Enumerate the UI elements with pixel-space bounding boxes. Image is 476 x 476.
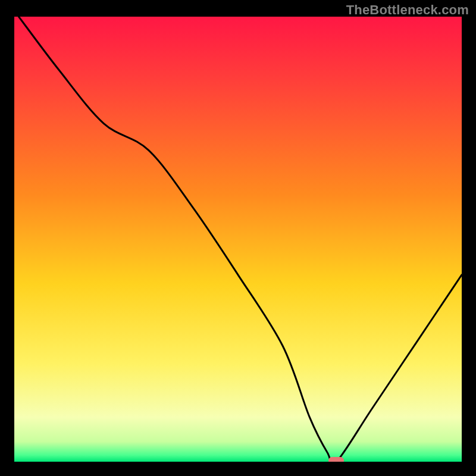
plot-area bbox=[14, 17, 462, 462]
bottleneck-curve bbox=[14, 17, 462, 462]
min-point-marker bbox=[328, 457, 344, 462]
watermark-text: TheBottleneck.com bbox=[346, 2, 469, 18]
chart-container: TheBottleneck.com bbox=[0, 0, 476, 476]
curve-path bbox=[19, 17, 462, 462]
